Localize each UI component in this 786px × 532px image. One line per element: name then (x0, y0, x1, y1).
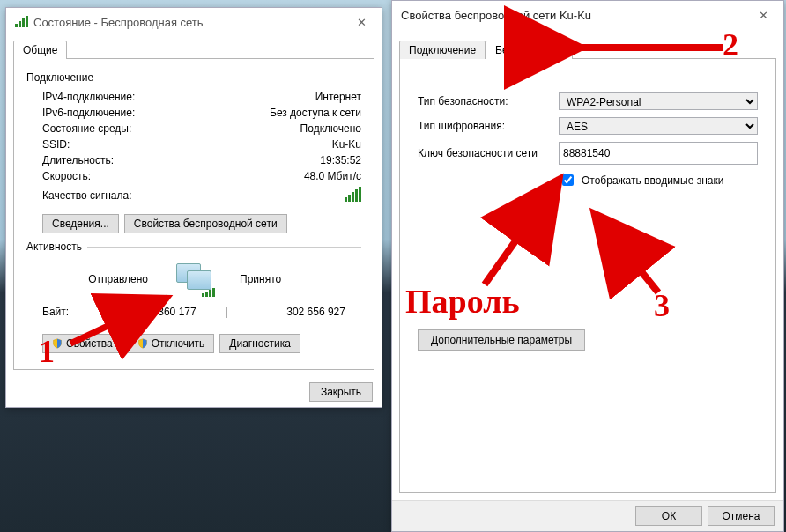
row-speed: Скорость:48.0 Мбит/с (26, 168, 361, 184)
properties-button[interactable]: Свойства (42, 334, 122, 353)
show-characters-row: Отображать вводимые знаки (559, 172, 758, 188)
properties-title: Свойства беспроводной сети Ku-Ku (401, 9, 752, 22)
properties-titlebar: Свойства беспроводной сети Ku-Ku ✕ (392, 1, 783, 29)
ok-button[interactable]: ОК (635, 506, 702, 526)
row-signal-quality: Качество сигнала: (26, 184, 361, 207)
row-duration: Длительность:19:35:52 (26, 152, 361, 168)
field-security-type: Тип безопасности: WPA2-Personal (418, 92, 758, 110)
advanced-settings-button[interactable]: Дополнительные параметры (418, 329, 585, 351)
label-encryption: Тип шифрования: (418, 120, 559, 132)
signal-bars-icon (345, 189, 361, 202)
show-characters-label: Отображать вводимые знаки (582, 174, 723, 187)
tab-general[interactable]: Общие (13, 41, 67, 59)
disable-button[interactable]: Отключить (128, 334, 215, 353)
close-icon[interactable]: ✕ (350, 13, 373, 31)
field-security-key: Ключ безопасности сети (418, 142, 758, 165)
tab-security[interactable]: Безопасность (486, 41, 573, 59)
select-encryption[interactable]: AES (559, 117, 758, 135)
status-footer: Закрыть (6, 377, 382, 407)
section-connection: Подключение (26, 71, 361, 84)
close-button[interactable]: Закрыть (309, 382, 373, 402)
label-received: Принято (240, 273, 345, 285)
properties-dialog: Свойства беспроводной сети Ku-Ku ✕ Подкл… (391, 0, 784, 532)
properties-tabbody: Тип безопасности: WPA2-Personal Тип шифр… (399, 58, 776, 493)
signal-icon (15, 15, 28, 30)
label-security-key: Ключ безопасности сети (418, 147, 559, 159)
row-ipv6: IPv6-подключение:Без доступа к сети (26, 105, 361, 121)
diagnose-button[interactable]: Диагностика (219, 334, 300, 353)
section-activity: Активность (26, 240, 361, 253)
monitors-icon (173, 262, 215, 297)
row-media: Состояние среды:Подключено (26, 121, 361, 137)
close-icon[interactable]: ✕ (752, 6, 775, 24)
status-titlebar: Состояние - Беспроводная сеть ✕ (6, 8, 382, 36)
cancel-button[interactable]: Отмена (708, 506, 775, 526)
wireless-properties-button[interactable]: Свойства беспроводной сети (124, 214, 287, 233)
field-encryption: Тип шифрования: AES (418, 117, 758, 135)
bytes-label: Байт: (42, 306, 95, 318)
label-sent: Отправлено (42, 273, 148, 285)
divider-icon: | (209, 306, 244, 318)
row-ipv4: IPv4-подключение:Интернет (26, 89, 361, 105)
bytes-sent: 90 360 177 (108, 306, 196, 318)
bytes-received: 302 656 927 (257, 306, 345, 318)
tab-connection[interactable]: Подключение (399, 41, 486, 59)
status-tabbody: Подключение IPv4-подключение:Интернет IP… (13, 58, 374, 370)
status-title: Состояние - Беспроводная сеть (33, 16, 350, 29)
status-dialog: Состояние - Беспроводная сеть ✕ Общие По… (5, 7, 382, 408)
details-button[interactable]: Сведения... (42, 214, 119, 233)
properties-footer: ОК Отмена (392, 500, 783, 531)
label-security-type: Тип безопасности: (418, 95, 559, 107)
status-tabs: Общие (13, 40, 374, 58)
input-security-key[interactable] (559, 142, 758, 165)
row-ssid: SSID:Ku-Ku (26, 137, 361, 152)
shield-icon (137, 338, 148, 349)
show-characters-checkbox[interactable] (562, 174, 574, 186)
activity-row: Отправлено Принято (26, 258, 361, 300)
bytes-row: Байт: 90 360 177 | 302 656 927 (26, 300, 361, 321)
shield-icon (52, 338, 63, 349)
properties-tabs: Подключение Безопасность (399, 40, 776, 58)
select-security-type[interactable]: WPA2-Personal (559, 92, 758, 110)
